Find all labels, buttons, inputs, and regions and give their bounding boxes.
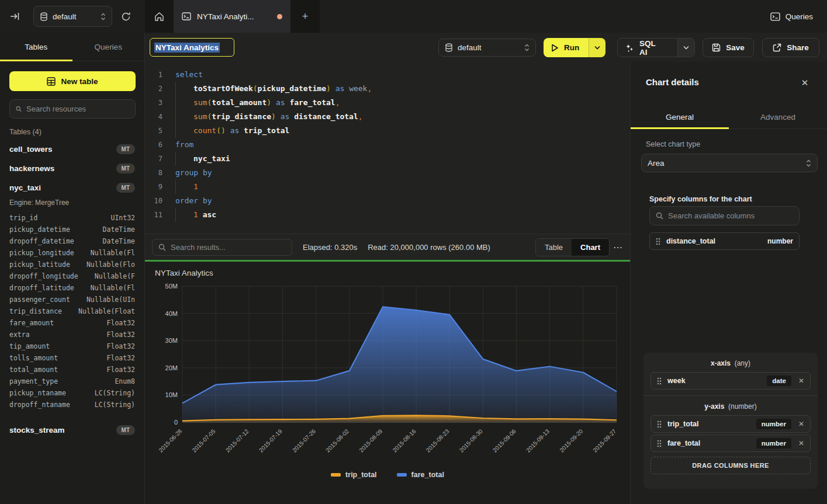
- column-type: Nullable(UIn: [86, 296, 135, 307]
- topbar-database-selector[interactable]: default: [33, 6, 112, 27]
- code-token: toStartOfWeek: [193, 84, 253, 93]
- chart-type-select[interactable]: Area: [641, 154, 818, 172]
- query-tab-title: NYTaxi Analyti...: [197, 12, 271, 21]
- x-axis-columns: weekdate✕: [650, 372, 811, 390]
- table-view-button[interactable]: Table: [536, 239, 572, 256]
- sql-ai-button-group: SQL AI: [617, 38, 695, 57]
- unsaved-indicator: [277, 14, 282, 19]
- column-type: Nullable(Flo: [86, 260, 135, 272]
- sql-ai-options-button[interactable]: [677, 39, 694, 57]
- new-tab-button[interactable]: +: [290, 0, 320, 33]
- run-button[interactable]: Run: [544, 38, 589, 57]
- remove-column-button[interactable]: ✕: [797, 420, 804, 428]
- x-tick-label: 2015-07-26: [291, 427, 317, 453]
- code-line: 10order by: [145, 194, 630, 208]
- code-token: (: [253, 84, 258, 93]
- sql-ai-button[interactable]: SQL AI: [618, 39, 672, 57]
- code-token: ,: [335, 98, 340, 107]
- queries-icon: [770, 12, 780, 21]
- results-search-input[interactable]: [171, 243, 286, 252]
- new-table-button[interactable]: New table: [9, 71, 136, 91]
- chart-type-label: Select chart type: [646, 140, 700, 148]
- remove-column-button[interactable]: ✕: [797, 439, 804, 447]
- chart-view-button[interactable]: Chart: [572, 239, 609, 256]
- line-number: 3: [145, 96, 162, 110]
- query-database-selector[interactable]: default: [438, 39, 536, 57]
- sidebar-tab-tables[interactable]: Tables: [0, 33, 72, 61]
- axes-config-box: x-axis (any) weekdate✕ y-axis (number) t…: [643, 353, 818, 489]
- resource-search-input[interactable]: [26, 105, 129, 113]
- remove-column-button[interactable]: ✕: [797, 377, 804, 385]
- chevron-updown-icon: [101, 13, 106, 20]
- column-row: payment_typeEnum8: [9, 377, 135, 389]
- y-tick-label: 50M: [165, 283, 178, 290]
- query-title-input[interactable]: NYTaxi Analytics: [150, 38, 234, 57]
- query-toolbar: NYTaxi Analytics default Run SQL AI: [145, 33, 827, 62]
- line-number: 4: [145, 110, 162, 124]
- chart-legend: trip_totalfare_total: [145, 471, 630, 479]
- code-content: sum(trip_distance) as distance_total,: [162, 110, 363, 124]
- code-line: 6from: [145, 138, 630, 152]
- column-type: LC(String): [95, 401, 135, 412]
- tab-advanced[interactable]: Advanced: [729, 105, 827, 128]
- column-type: Nullable(F: [95, 272, 135, 284]
- legend-item[interactable]: trip_total: [331, 471, 376, 479]
- table-row[interactable]: nyc_taxiMT: [0, 178, 144, 197]
- table-row[interactable]: stocks_streamMT: [0, 420, 144, 440]
- column-type: DateTime: [103, 225, 135, 237]
- tables-list: cell_towersMThackernewsMTnyc_taxiMTEngin…: [0, 140, 144, 440]
- table-row[interactable]: hackernewsMT: [0, 159, 144, 178]
- code-token: group by: [175, 168, 212, 177]
- column-chip[interactable]: fare_totalnumber✕: [650, 435, 811, 452]
- sidebar-tab-queries[interactable]: Queries: [72, 33, 145, 61]
- column-name: pickup_longitude: [9, 249, 74, 260]
- x-tick-label: 2015-07-12: [224, 427, 250, 453]
- column-chip-name: fare_total: [667, 439, 750, 447]
- indent-guide: [175, 96, 193, 110]
- tab-general[interactable]: General: [631, 105, 729, 128]
- x-axis-header: x-axis (any): [650, 353, 811, 372]
- save-button[interactable]: Save: [703, 38, 754, 57]
- code-content: order by: [162, 194, 212, 208]
- indent-guide: [175, 110, 193, 124]
- share-icon: [773, 43, 781, 52]
- legend-swatch: [397, 473, 407, 477]
- query-title-value: NYTaxi Analytics: [154, 43, 220, 53]
- column-chip[interactable]: weekdate✕: [650, 372, 811, 390]
- refresh-button[interactable]: [118, 9, 133, 24]
- queries-button[interactable]: Queries: [770, 8, 813, 25]
- column-row: passenger_countNullable(UIn: [9, 296, 135, 307]
- table-row[interactable]: cell_towersMT: [0, 140, 144, 159]
- home-tab[interactable]: [145, 0, 174, 33]
- run-options-button[interactable]: [589, 38, 605, 57]
- code-line: 111 asc: [145, 208, 630, 222]
- database-icon: [40, 12, 48, 21]
- code-token: pickup_datetime: [258, 84, 326, 93]
- column-row: dropoff_longitudeNullable(F: [9, 272, 135, 284]
- play-icon: [551, 44, 559, 52]
- chevron-down-icon: [594, 46, 600, 50]
- sidebar-collapse-button[interactable]: [8, 10, 22, 23]
- column-chip[interactable]: trip_totalnumber✕: [650, 415, 811, 433]
- drop-zone[interactable]: DRAG COLUMNS HERE: [650, 457, 811, 474]
- column-name: extra: [9, 331, 30, 342]
- column-row: dropoff_latitudeNullable(Fl: [9, 284, 135, 296]
- column-type: Nullable(Float: [78, 307, 135, 319]
- query-tab[interactable]: NYTaxi Analyti...: [174, 0, 290, 33]
- code-token: ,: [358, 112, 363, 121]
- code-content: 1: [162, 180, 198, 194]
- close-panel-button[interactable]: ✕: [798, 76, 812, 90]
- legend-item[interactable]: fare_total: [397, 471, 444, 479]
- column-chip[interactable]: distance_totalnumber: [649, 232, 800, 250]
- x-tick-label: 2015-09-20: [558, 427, 584, 453]
- code-token: ): [326, 84, 331, 93]
- engine-badge: MT: [116, 425, 135, 435]
- sql-editor[interactable]: 1select2toStartOfWeek(pickup_datetime) a…: [145, 62, 630, 234]
- share-button[interactable]: Share: [762, 38, 819, 57]
- results-more-button[interactable]: ⋯: [613, 242, 623, 253]
- code-line: 91: [145, 180, 630, 194]
- series-area-fare_total: [182, 307, 617, 422]
- code-token: (: [216, 126, 221, 135]
- columns-search-input[interactable]: [668, 211, 793, 220]
- code-token: [239, 126, 244, 135]
